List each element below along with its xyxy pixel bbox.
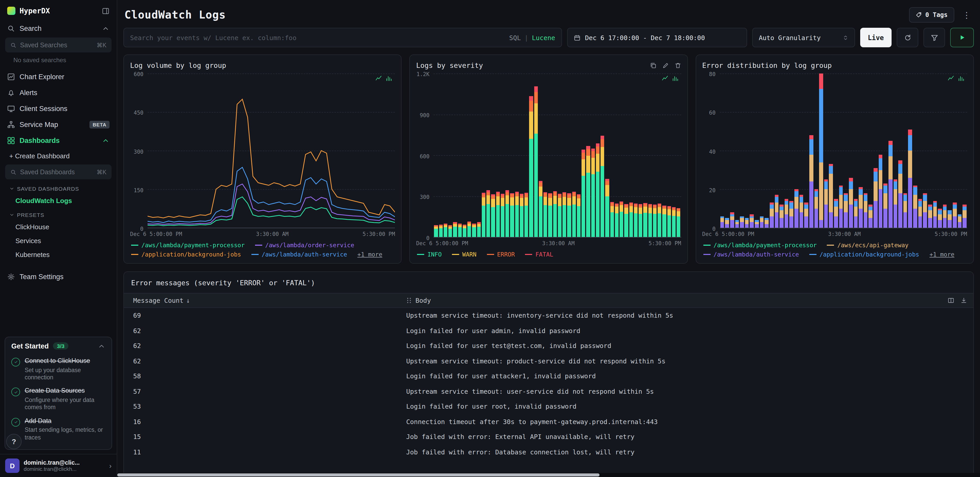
refresh-button[interactable] [897,28,918,47]
chart-plot[interactable] [719,73,967,228]
bar[interactable] [854,73,858,228]
bar[interactable] [634,73,638,237]
bar[interactable] [506,73,509,237]
bar[interactable] [859,73,862,228]
bar[interactable] [577,73,581,237]
bar[interactable] [510,73,514,237]
bar[interactable] [720,73,724,228]
bar[interactable] [745,73,749,228]
section-header-saved-dashboards[interactable]: SAVED DASHBOARDS [0,181,117,194]
bar[interactable] [849,73,853,228]
legend-item[interactable]: INFO [417,251,442,258]
bar[interactable] [799,73,803,228]
bar[interactable] [784,73,789,228]
delete-chart-icon[interactable] [675,62,681,68]
bar[interactable] [667,73,671,237]
table-row[interactable]: 57Upstream service timeout: user-service… [124,384,973,399]
table-row[interactable]: 16Connection timeout after 30s to paymen… [124,414,973,429]
bar[interactable] [677,73,681,237]
filter-button[interactable] [923,28,945,47]
legend-item[interactable]: /aws/ecs/api-gateway [827,242,908,249]
bar[interactable] [869,73,873,228]
bar[interactable] [933,73,937,228]
bar[interactable] [898,73,902,228]
bar[interactable] [878,73,882,228]
bar[interactable] [596,73,600,237]
bar[interactable] [458,73,462,237]
bar[interactable] [824,73,828,228]
bar[interactable] [563,73,566,237]
granularity-select[interactable]: Auto Granularity [752,28,855,47]
bar[interactable] [873,73,877,228]
bar[interactable] [888,73,892,228]
bar[interactable] [648,73,652,237]
table-row[interactable]: 58Login failed for user attacker1, inval… [124,369,973,384]
line-chart-toggle-icon[interactable] [375,75,382,82]
bar[interactable] [750,73,754,228]
bar[interactable] [615,73,619,237]
bar[interactable] [601,73,605,237]
table-row[interactable]: 15Job failed with error: External API un… [124,429,973,444]
legend-item[interactable]: +1 more [357,251,382,258]
bar[interactable] [908,73,912,228]
bar[interactable] [844,73,848,228]
bar[interactable] [624,73,628,237]
bar[interactable] [482,73,486,237]
dashboard-link[interactable]: Kubernetes [0,248,117,262]
bar[interactable] [804,73,808,228]
line-chart-toggle-icon[interactable] [948,75,954,82]
bar[interactable] [610,73,614,237]
table-row[interactable]: 53Login failed for user root, invalid pa… [124,399,973,414]
bar[interactable] [439,73,443,237]
bar[interactable] [539,73,543,237]
dashboard-link[interactable]: CloudWatch Logs [0,194,117,208]
sidebar-item-service-map[interactable]: Service MapBETA [0,117,117,133]
bar[interactable] [553,73,557,237]
legend-item[interactable]: /aws/lambda/payment-processor [131,242,245,249]
bar[interactable] [814,73,818,228]
bar[interactable] [487,73,490,237]
line-chart-toggle-icon[interactable] [662,75,668,82]
bar[interactable] [755,73,759,228]
scrollbar-thumb[interactable] [117,474,600,477]
legend-item[interactable]: ERROR [487,251,515,258]
bar[interactable] [605,73,609,237]
bar[interactable] [662,73,667,237]
legend-item[interactable]: /application/background-jobs [809,251,920,258]
chevron-up-icon[interactable] [98,342,105,350]
bar[interactable] [948,73,952,228]
bar[interactable] [740,73,744,228]
legend-item[interactable]: WARN [452,251,476,258]
event-search-input[interactable] [130,34,504,41]
collapse-sidebar-icon[interactable] [102,7,110,15]
bar[interactable] [725,73,729,228]
dashboard-link[interactable]: Services [0,234,117,248]
run-query-button[interactable] [950,28,974,47]
get-started-item[interactable]: Create Data SourcesConfigure where your … [11,384,105,414]
bar[interactable] [472,73,476,237]
bar[interactable] [923,73,927,228]
legend-item[interactable]: /aws/lambda/payment-processor [703,242,817,249]
event-search-box[interactable]: SQL | Lucene [123,28,562,47]
columns-settings-icon[interactable] [948,297,954,304]
get-started-item[interactable]: Connect to ClickHouseSet up your databas… [11,354,105,384]
bar[interactable] [819,73,823,228]
column-header-body[interactable]: Body [406,297,948,304]
bar[interactable] [672,73,676,237]
bar[interactable] [567,73,571,237]
bar[interactable] [653,73,657,237]
bar[interactable] [963,73,967,228]
bar[interactable] [884,73,888,228]
bar[interactable] [789,73,793,228]
bar[interactable] [525,73,528,237]
saved-dashboards-input[interactable]: Saved Dashboards ⌘K [5,164,111,180]
bar[interactable] [913,73,917,228]
bar[interactable] [760,73,764,228]
table-row[interactable]: 62Login failed for user test@test.com, i… [124,338,973,353]
table-row[interactable]: 69Upstream service timeout: inventory-se… [124,308,973,323]
bar[interactable] [639,73,643,237]
bar[interactable] [534,73,538,237]
legend-item[interactable]: /aws/lambda/auth-service [703,251,799,258]
tags-button[interactable]: 0 Tags [909,7,954,22]
table-row[interactable]: 62Login failed for user admin, invalid p… [124,323,973,338]
